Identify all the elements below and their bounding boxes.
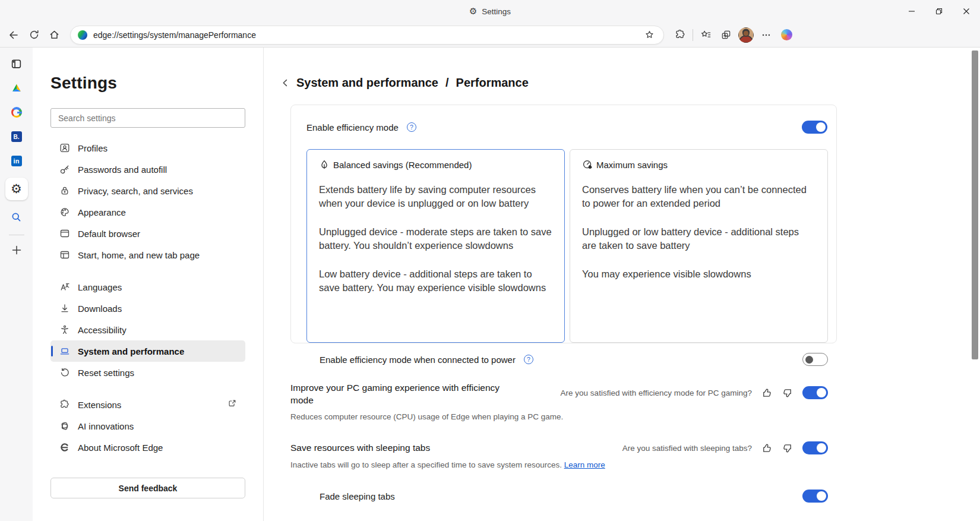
favorites-star-lines-icon: [700, 29, 712, 40]
sidebar-item-appearance[interactable]: Appearance: [50, 201, 245, 223]
thumbs-down-button[interactable]: [782, 388, 792, 398]
maximum-savings-title: Maximum savings: [596, 160, 668, 170]
window-controls: [898, 0, 980, 23]
settings-gear-icon: [469, 7, 477, 16]
fade-sleeping-tabs-row: Fade sleeping tabs: [290, 482, 837, 510]
sidebar-item-default-browser[interactable]: Default browser: [50, 223, 245, 244]
sidebar-item-about-edge[interactable]: About Microsoft Edge: [50, 437, 245, 458]
tab-settings-active[interactable]: [5, 178, 28, 200]
restore-button[interactable]: [925, 0, 953, 23]
back-button[interactable]: [4, 26, 24, 45]
accessibility-icon: [59, 324, 70, 335]
help-icon[interactable]: [407, 122, 416, 132]
palette-icon: [59, 207, 70, 217]
copilot-button[interactable]: [776, 26, 796, 45]
breadcrumb-back-button[interactable]: [280, 78, 290, 88]
thumbs-up-button[interactable]: [762, 388, 772, 398]
thumbs-down-button[interactable]: [782, 443, 792, 453]
savings-mode-options: Balanced savings (Recommended) Extends b…: [306, 149, 828, 343]
sidebar-item-ai-innovations[interactable]: AI innovations: [50, 415, 245, 437]
scrollbar-thumb[interactable]: [972, 50, 978, 359]
edge-favicon-icon: [78, 30, 87, 40]
sidebar-heading: Settings: [50, 74, 245, 93]
main-content: System and performance / Performance Ena…: [263, 48, 980, 521]
sidebar-item-privacy[interactable]: Privacy, search, and services: [50, 180, 245, 201]
google-drive-icon: [11, 83, 22, 93]
sidebar-item-label: About Microsoft Edge: [78, 443, 163, 453]
sidebar-item-languages[interactable]: Languages: [50, 276, 245, 298]
favorite-star-icon: [644, 30, 655, 40]
puzzle-icon: [59, 399, 70, 410]
tab-google[interactable]: [9, 105, 24, 120]
maximum-savings-card[interactable]: Maximum savings Conserves battery life w…: [570, 149, 828, 343]
balanced-savings-card[interactable]: Balanced savings (Recommended) Extends b…: [306, 149, 565, 343]
gaming-efficiency-toggle[interactable]: [802, 386, 828, 399]
plus-icon: [11, 244, 23, 256]
efficiency-mode-card: Enable efficiency mode Balanced savings …: [290, 105, 837, 343]
minimize-button[interactable]: [898, 0, 925, 23]
settings-menu-button[interactable]: [756, 26, 776, 45]
fade-sleeping-tabs-toggle[interactable]: [802, 490, 828, 503]
extensions-button[interactable]: [670, 26, 690, 45]
enable-efficiency-label: Enable efficiency mode: [306, 122, 399, 132]
enable-efficiency-row: Enable efficiency mode: [291, 105, 836, 149]
help-icon[interactable]: [524, 355, 533, 364]
tabs-icon: [11, 58, 22, 70]
collections-button[interactable]: [716, 26, 736, 45]
fade-sleeping-tabs-label: Fade sleeping tabs: [320, 491, 395, 501]
gauge-leaf-icon: [582, 159, 593, 170]
tab-actions-button[interactable]: [9, 56, 24, 71]
browser-toolbar: edge://settings/system/managePerformance: [0, 23, 980, 48]
sidebar-item-label: Languages: [78, 282, 122, 292]
gaming-efficiency-title: Improve your PC gaming experience with e…: [290, 381, 519, 406]
sidebar-item-label: Reset settings: [78, 368, 134, 378]
breadcrumb-parent[interactable]: System and performance: [296, 76, 438, 90]
laptop-icon: [59, 346, 70, 356]
breadcrumb: System and performance / Performance: [280, 76, 529, 90]
sidebar-item-extensions[interactable]: Extensions: [50, 394, 245, 415]
google-g-icon: [11, 107, 22, 118]
download-icon: [59, 303, 70, 314]
profile-button[interactable]: [736, 26, 756, 45]
send-feedback-button[interactable]: Send feedback: [50, 478, 245, 498]
mode-paragraph: Unplugged or low battery device - additi…: [582, 225, 815, 252]
strip-search-button[interactable]: [9, 209, 24, 225]
sidebar-item-passwords[interactable]: Passwords and autofill: [50, 159, 245, 180]
sidebar-item-reset-settings[interactable]: Reset settings: [50, 362, 245, 383]
close-button[interactable]: [953, 0, 980, 23]
mode-paragraph: You may experience visible slowdowns: [582, 267, 815, 281]
connected-power-toggle[interactable]: [802, 353, 828, 366]
sleeping-tabs-toggle[interactable]: [802, 441, 828, 454]
mode-paragraph: Extends battery life by saving computer …: [319, 183, 552, 210]
tab-bing[interactable]: B.: [9, 129, 24, 144]
address-bar[interactable]: edge://settings/system/managePerformance: [70, 26, 664, 45]
thumbs-up-button[interactable]: [762, 443, 772, 453]
sidebar-item-downloads[interactable]: Downloads: [50, 298, 245, 319]
sidebar-item-profiles[interactable]: Profiles: [50, 137, 245, 159]
home-button[interactable]: [44, 26, 64, 45]
sidebar-item-system-performance[interactable]: System and performance: [50, 340, 245, 362]
tab-google-drive[interactable]: [9, 80, 24, 96]
learn-more-link[interactable]: Learn more: [564, 460, 605, 469]
sidebar-item-label: Start, home, and new tab page: [78, 250, 200, 260]
favorites-button[interactable]: [696, 26, 716, 45]
sidebar-item-accessibility[interactable]: Accessibility: [50, 319, 245, 340]
enable-efficiency-toggle[interactable]: [802, 121, 827, 134]
tab-linkedin[interactable]: in: [9, 153, 24, 169]
sleeping-feedback-question: Are you satisfied with sleeping tabs?: [622, 444, 752, 453]
copilot-icon: [781, 29, 792, 40]
balanced-savings-description: Extends battery life by saving computer …: [319, 183, 552, 295]
breadcrumb-separator: /: [445, 76, 449, 90]
sidebar-item-start-home[interactable]: Start, home, and new tab page: [50, 244, 245, 266]
refresh-icon: [29, 29, 40, 40]
sleeping-tabs-description: Inactive tabs will go to sleep after a s…: [290, 460, 828, 469]
add-favorite-button[interactable]: [641, 26, 657, 45]
sidebar-item-label: Profiles: [78, 143, 108, 153]
languages-icon: [59, 282, 70, 292]
search-settings-input[interactable]: [50, 108, 245, 128]
refresh-button[interactable]: [24, 26, 44, 45]
new-tab-button[interactable]: [9, 242, 24, 258]
gaming-feedback-question: Are you satisfied with efficiency mode f…: [561, 389, 752, 397]
url-text[interactable]: edge://settings/system/managePerformance: [93, 30, 641, 40]
active-settings-gear-icon: [11, 182, 22, 195]
